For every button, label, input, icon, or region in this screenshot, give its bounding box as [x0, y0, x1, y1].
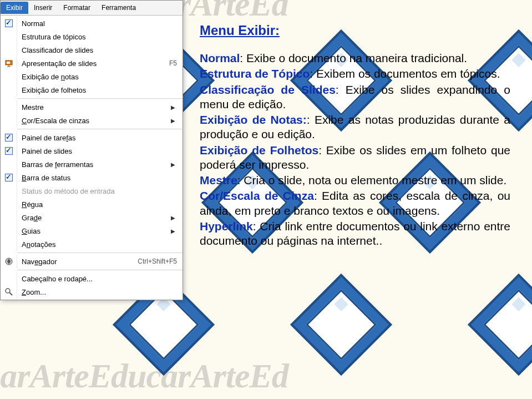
check-icon — [5, 134, 13, 142]
menu-item-exibicao-folhetos[interactable]: Exibição de folhetos — [1, 83, 183, 97]
desc-normal: Normal: Exibe o documento na maneira tra… — [200, 51, 510, 65]
menu-item-label: Apresentação de slides — [17, 59, 165, 68]
menu-item-guias[interactable]: Guias ▶ — [1, 224, 183, 238]
menubar-item-exibir[interactable]: Exibir — [1, 2, 28, 14]
menu-item-label: Régua — [17, 200, 177, 209]
desc-folhetos: Exibição de Folhetos: Exibe os slides em… — [200, 143, 510, 173]
desc-notas: Exibição de Notas:: Exibe as notas produ… — [200, 113, 510, 142]
zoom-icon — [4, 287, 13, 296]
menu-item-cabecalho-rodape[interactable]: Cabeçalho e rodapé... — [1, 272, 183, 285]
menu-separator — [17, 129, 183, 129]
menu-item-label: Navegador — [17, 257, 133, 266]
menu-item-accelerator: Ctrl+Shift+F5 — [133, 257, 177, 265]
check-icon — [5, 19, 13, 27]
desc-mestre: Mestre: Cria o slide, nota ou elemento m… — [200, 173, 510, 188]
menu-bar: Exibir Inserir Formatar Ferramenta — [1, 1, 183, 16]
svg-rect-1 — [7, 62, 10, 64]
menu-body: Normal Estrutura de tópicos Classificado… — [1, 16, 183, 300]
svg-line-7 — [9, 292, 12, 295]
menu-item-label: Guias — [17, 227, 169, 235]
menu-item-classificador-slides[interactable]: Classificador de slides — [1, 43, 183, 57]
submenu-arrow-icon: ▶ — [169, 118, 177, 124]
presentation-icon — [4, 59, 13, 68]
diamond-decoration — [290, 274, 392, 376]
desc-estrutura: Estrutura de Tópico: Exibem os documento… — [200, 67, 510, 81]
svg-point-6 — [6, 289, 10, 293]
desc-cor-escala: Cor/Escala de Cinza: Edita as cores, esc… — [200, 189, 510, 218]
content-title: Menu Exibir: — [200, 22, 510, 39]
check-icon — [5, 174, 13, 181]
menu-item-label: Zoom... — [17, 288, 177, 296]
menu-item-zoom[interactable]: Zoom... — [1, 285, 183, 299]
menu-item-label: Anotações — [17, 240, 177, 249]
menu-item-label: Painel de tarefas — [17, 134, 177, 142]
submenu-arrow-icon: ▶ — [169, 161, 177, 168]
menubar-item-ferramenta[interactable]: Ferramenta — [96, 2, 141, 14]
menu-item-navegador[interactable]: Navegador Ctrl+Shift+F5 — [1, 255, 183, 268]
menu-item-label: Mestre — [17, 103, 169, 112]
menu-item-label: Normal — [17, 19, 177, 28]
menu-item-estrutura-topicos[interactable]: Estrutura de tópicos — [1, 30, 183, 43]
menu-item-normal[interactable]: Normal — [1, 17, 183, 30]
menu-item-painel-slides[interactable]: Painel de slides — [1, 144, 183, 158]
menu-item-label: Exibição de folhetos — [17, 86, 177, 94]
menu-item-mestre[interactable]: Mestre ▶ — [1, 100, 183, 114]
menu-item-label: Barra de status — [17, 174, 177, 182]
menu-separator — [17, 252, 183, 253]
menubar-item-inserir[interactable]: Inserir — [28, 2, 58, 14]
menu-item-regua[interactable]: Régua — [1, 198, 183, 211]
menu-item-grade[interactable]: Grade ▶ — [1, 211, 183, 224]
submenu-arrow-icon: ▶ — [169, 228, 177, 234]
menu-item-exibicao-notas[interactable]: Exibição de notas — [1, 70, 183, 83]
menu-item-apresentacao-slides[interactable]: Apresentação de slides F5 — [1, 57, 183, 70]
submenu-arrow-icon: ▶ — [169, 215, 177, 221]
menu-item-barra-status[interactable]: Barra de status — [1, 171, 183, 184]
menu-separator — [17, 270, 183, 270]
navigator-icon — [4, 257, 13, 266]
desc-hyperlink: Hyperlink: Cria link entre documentos ou… — [200, 219, 510, 249]
submenu-arrow-icon: ▶ — [169, 104, 177, 110]
menu-separator — [17, 98, 183, 99]
menu-item-label: Exibição de notas — [17, 73, 177, 81]
watermark-text: EducarArteEducarArteEd — [0, 356, 288, 396]
desc-classificacao: Classificação de Slides: Exibe os slides… — [200, 83, 510, 112]
exibir-menu-panel: Exibir Inserir Formatar Ferramenta Norma… — [0, 0, 183, 300]
menu-item-accelerator: F5 — [165, 59, 177, 67]
menu-item-label: Estrutura de tópicos — [17, 33, 177, 41]
menu-item-status-metodo: Status do método de entrada — [1, 184, 183, 198]
diamond-decoration — [468, 274, 532, 376]
menu-item-label: Classificador de slides — [17, 46, 177, 54]
content-panel: Menu Exibir: Normal: Exibe o documento n… — [200, 22, 510, 249]
menu-item-anotacoes[interactable]: Anotações — [1, 238, 183, 251]
menu-item-cor-escala[interactable]: Cor/Escala de cinzas ▶ — [1, 114, 183, 127]
menu-item-label: Cor/Escala de cinzas — [17, 117, 169, 125]
menu-item-label: Cabeçalho e rodapé... — [17, 275, 177, 283]
menubar-item-formatar[interactable]: Formatar — [58, 2, 96, 14]
menu-item-painel-tarefas[interactable]: Painel de tarefas — [1, 131, 183, 144]
menu-item-label: Status do método de entrada — [17, 187, 177, 195]
menu-item-label: Barras de ferramentas — [17, 160, 169, 169]
menu-item-label: Painel de slides — [17, 147, 177, 155]
menu-item-label: Grade — [17, 214, 169, 222]
menu-item-barras-ferramentas[interactable]: Barras de ferramentas ▶ — [1, 158, 183, 171]
check-icon — [5, 147, 13, 155]
